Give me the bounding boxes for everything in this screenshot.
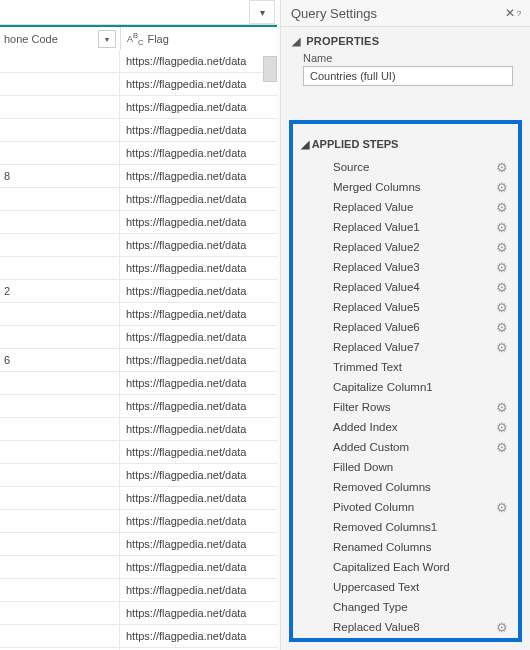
applied-step[interactable]: Replaced Value5⚙ — [299, 297, 512, 317]
formula-expand[interactable]: ▾ — [249, 0, 275, 24]
collapse-icon[interactable]: ◢ — [291, 35, 301, 48]
gear-icon[interactable]: ⚙ — [496, 321, 508, 334]
gear-icon[interactable]: ⚙ — [496, 501, 508, 514]
cell-phone-code — [0, 257, 120, 279]
applied-step-label: Added Custom — [333, 441, 409, 453]
table-row[interactable]: https://flagpedia.net/data — [0, 418, 277, 441]
gear-icon[interactable]: ⚙ — [496, 341, 508, 354]
table-row[interactable]: 2https://flagpedia.net/data — [0, 280, 277, 303]
cell-flag-url: https://flagpedia.net/data — [120, 234, 277, 256]
gear-icon[interactable]: ⚙ — [496, 181, 508, 194]
table-row[interactable]: https://flagpedia.net/data — [0, 510, 277, 533]
applied-step[interactable]: Replaced Value1⚙ — [299, 217, 512, 237]
applied-step[interactable]: Filled Down — [299, 457, 512, 477]
gear-icon[interactable]: ⚙ — [496, 421, 508, 434]
applied-step[interactable]: Removed Columns — [299, 477, 512, 497]
gear-icon[interactable]: ⚙ — [496, 201, 508, 214]
applied-step[interactable]: Renamed Columns — [299, 537, 512, 557]
applied-step[interactable]: Merged Columns⚙ — [299, 177, 512, 197]
applied-step[interactable]: Capitalize Column1 — [299, 377, 512, 397]
table-row[interactable]: https://flagpedia.net/data — [0, 533, 277, 556]
table-row[interactable]: https://flagpedia.net/data — [0, 556, 277, 579]
table-row[interactable]: https://flagpedia.net/data — [0, 188, 277, 211]
table-row[interactable]: https://flagpedia.net/data — [0, 96, 277, 119]
table-row[interactable]: https://flagpedia.net/data — [0, 326, 277, 349]
gear-icon[interactable]: ⚙ — [496, 281, 508, 294]
cell-phone-code — [0, 487, 120, 509]
applied-step[interactable]: Replaced Value2⚙ — [299, 237, 512, 257]
close-icon[interactable]: ✕? — [504, 4, 522, 22]
table-row[interactable]: https://flagpedia.net/data — [0, 487, 277, 510]
table-row[interactable]: https://flagpedia.net/data — [0, 73, 277, 96]
applied-step[interactable]: Replaced Value⚙ — [299, 197, 512, 217]
table-row[interactable]: https://flagpedia.net/data — [0, 579, 277, 602]
table-row[interactable]: https://flagpedia.net/data — [0, 50, 277, 73]
applied-step[interactable]: Removed Columns1 — [299, 517, 512, 537]
table-row[interactable]: https://flagpedia.net/data — [0, 372, 277, 395]
vertical-scrollbar[interactable] — [263, 56, 277, 82]
applied-step[interactable]: Filter Rows⚙ — [299, 397, 512, 417]
applied-step-label: Pivoted Column — [333, 501, 414, 513]
applied-step-label: Merged Columns — [333, 181, 421, 193]
applied-step-label: Source — [333, 161, 369, 173]
applied-step[interactable]: Uppercased Text — [299, 577, 512, 597]
cell-phone-code — [0, 441, 120, 463]
gear-icon[interactable]: ⚙ — [496, 241, 508, 254]
table-row[interactable]: https://flagpedia.net/data — [0, 257, 277, 280]
applied-step[interactable]: Added Index⚙ — [299, 417, 512, 437]
table-row[interactable]: https://flagpedia.net/data — [0, 142, 277, 165]
applied-step-label: Replaced Value4 — [333, 281, 420, 293]
cell-phone-code — [0, 73, 120, 95]
applied-step[interactable]: Pivoted Column⚙ — [299, 497, 512, 517]
table-row[interactable]: https://flagpedia.net/data — [0, 395, 277, 418]
table-row[interactable]: 6https://flagpedia.net/data — [0, 349, 277, 372]
column-header-phone-label: hone Code — [4, 33, 58, 45]
applied-step-label: Filter Rows — [333, 401, 391, 413]
table-row[interactable]: 8https://flagpedia.net/data — [0, 165, 277, 188]
gear-icon[interactable]: ⚙ — [496, 401, 508, 414]
table-row[interactable]: https://flagpedia.net/data — [0, 602, 277, 625]
gear-icon[interactable]: ⚙ — [496, 441, 508, 454]
cell-phone-code — [0, 579, 120, 601]
applied-step[interactable]: Replaced Value4⚙ — [299, 277, 512, 297]
column-header-flag[interactable]: ABC Flag — [121, 27, 277, 51]
collapse-icon[interactable]: ◢ — [301, 138, 309, 150]
cell-flag-url: https://flagpedia.net/data — [120, 349, 277, 371]
cell-flag-url: https://flagpedia.net/data — [120, 418, 277, 440]
table-row[interactable]: https://flagpedia.net/data — [0, 464, 277, 487]
filter-icon[interactable]: ▾ — [98, 30, 116, 48]
applied-step[interactable]: Replaced Value8⚙ — [299, 617, 512, 637]
applied-step[interactable]: Capitalized Each Word — [299, 557, 512, 577]
gear-icon[interactable]: ⚙ — [496, 621, 508, 634]
cell-flag-url: https://flagpedia.net/data — [120, 602, 277, 624]
column-headers: hone Code ▾ ABC Flag — [0, 25, 277, 53]
applied-step[interactable]: Replaced Value6⚙ — [299, 317, 512, 337]
gear-icon[interactable]: ⚙ — [496, 301, 508, 314]
cell-flag-url: https://flagpedia.net/data — [120, 326, 277, 348]
gear-icon[interactable]: ⚙ — [496, 261, 508, 274]
query-settings-header: Query Settings ✕? — [281, 0, 530, 27]
applied-step-label: Replaced Value2 — [333, 241, 420, 253]
table-row[interactable]: https://flagpedia.net/data — [0, 119, 277, 142]
query-name-input[interactable] — [303, 66, 513, 86]
cell-phone-code — [0, 533, 120, 555]
formula-bar: ▾ — [0, 0, 277, 25]
column-header-phone[interactable]: hone Code ▾ — [0, 27, 120, 51]
cell-flag-url: https://flagpedia.net/data — [120, 280, 277, 302]
table-row[interactable]: https://flagpedia.net/data — [0, 303, 277, 326]
applied-step[interactable]: Source⚙ — [299, 157, 512, 177]
table-row[interactable]: https://flagpedia.net/data — [0, 441, 277, 464]
applied-step[interactable]: Trimmed Text — [299, 357, 512, 377]
table-row[interactable]: https://flagpedia.net/data — [0, 234, 277, 257]
gear-icon[interactable]: ⚙ — [496, 221, 508, 234]
query-settings-title: Query Settings — [291, 6, 377, 21]
table-row[interactable]: https://flagpedia.net/data — [0, 625, 277, 648]
cell-flag-url: https://flagpedia.net/data — [120, 533, 277, 555]
applied-step[interactable]: Replaced Value3⚙ — [299, 257, 512, 277]
applied-step[interactable]: Replaced Value7⚙ — [299, 337, 512, 357]
applied-step[interactable]: Changed Type — [299, 597, 512, 617]
table-row[interactable]: https://flagpedia.net/data — [0, 211, 277, 234]
applied-step[interactable]: Added Custom⚙ — [299, 437, 512, 457]
gear-icon[interactable]: ⚙ — [496, 161, 508, 174]
cell-flag-url: https://flagpedia.net/data — [120, 165, 277, 187]
